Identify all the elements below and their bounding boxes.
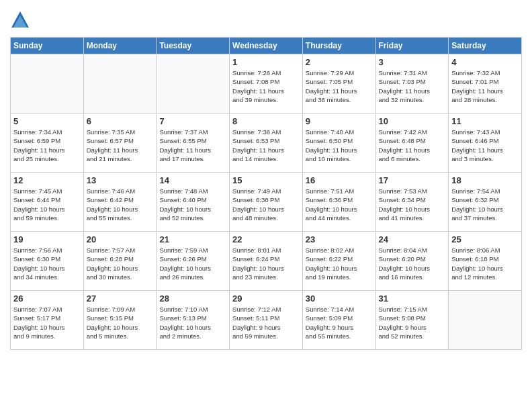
calendar-cell <box>157 54 230 113</box>
day-number: 18 <box>451 175 519 185</box>
day-info: Sunrise: 7:57 AMSunset: 6:28 PMDaylight:… <box>87 246 154 281</box>
calendar-cell: 28Sunrise: 7:10 AMSunset: 5:13 PMDayligh… <box>157 291 230 350</box>
calendar-cell: 25Sunrise: 8:06 AMSunset: 6:18 PMDayligh… <box>449 232 522 291</box>
day-info: Sunrise: 7:12 AMSunset: 5:11 PMDaylight:… <box>232 305 300 340</box>
day-info: Sunrise: 7:07 AMSunset: 5:17 PMDaylight:… <box>13 305 81 340</box>
logo-icon <box>10 10 30 30</box>
calendar-cell: 23Sunrise: 8:02 AMSunset: 6:22 PMDayligh… <box>302 232 375 291</box>
day-number: 12 <box>13 175 81 185</box>
header-day-wednesday: Wednesday <box>230 38 303 54</box>
calendar-cell: 10Sunrise: 7:42 AMSunset: 6:48 PMDayligh… <box>375 113 449 173</box>
day-number: 26 <box>13 293 81 304</box>
day-number: 22 <box>232 234 300 244</box>
header-day-monday: Monday <box>83 38 157 54</box>
day-number: 3 <box>379 57 446 67</box>
header-day-saturday: Saturday <box>449 38 522 54</box>
calendar-cell: 21Sunrise: 7:59 AMSunset: 6:26 PMDayligh… <box>157 232 230 291</box>
day-info: Sunrise: 7:54 AMSunset: 6:32 PMDaylight:… <box>451 187 519 222</box>
day-number: 30 <box>306 293 373 304</box>
day-number: 25 <box>451 234 519 244</box>
calendar-cell: 8Sunrise: 7:38 AMSunset: 6:53 PMDaylight… <box>230 113 303 173</box>
day-info: Sunrise: 7:40 AMSunset: 6:50 PMDaylight:… <box>306 128 373 163</box>
calendar-cell <box>83 54 157 113</box>
day-info: Sunrise: 7:35 AMSunset: 6:57 PMDaylight:… <box>87 128 154 163</box>
calendar-cell: 18Sunrise: 7:54 AMSunset: 6:32 PMDayligh… <box>449 173 522 232</box>
day-info: Sunrise: 7:49 AMSunset: 6:38 PMDaylight:… <box>232 187 300 222</box>
day-info: Sunrise: 7:15 AMSunset: 5:08 PMDaylight:… <box>379 305 446 340</box>
day-number: 5 <box>13 116 81 126</box>
calendar-cell: 17Sunrise: 7:53 AMSunset: 6:34 PMDayligh… <box>375 173 449 232</box>
day-number: 14 <box>159 175 226 185</box>
calendar-cell: 30Sunrise: 7:14 AMSunset: 5:09 PMDayligh… <box>302 291 375 350</box>
calendar-cell: 22Sunrise: 8:01 AMSunset: 6:24 PMDayligh… <box>230 232 303 291</box>
calendar-cell: 5Sunrise: 7:34 AMSunset: 6:59 PMDaylight… <box>11 113 84 173</box>
calendar-cell: 24Sunrise: 8:04 AMSunset: 6:20 PMDayligh… <box>375 232 449 291</box>
calendar-cell: 9Sunrise: 7:40 AMSunset: 6:50 PMDaylight… <box>302 113 375 173</box>
day-number: 31 <box>379 293 446 304</box>
day-number: 8 <box>232 116 300 126</box>
header-day-tuesday: Tuesday <box>157 38 230 54</box>
day-number: 28 <box>159 293 226 304</box>
header-day-friday: Friday <box>375 38 449 54</box>
day-info: Sunrise: 7:42 AMSunset: 6:48 PMDaylight:… <box>379 128 446 163</box>
week-row-2: 5Sunrise: 7:34 AMSunset: 6:59 PMDaylight… <box>11 113 522 173</box>
week-row-5: 26Sunrise: 7:07 AMSunset: 5:17 PMDayligh… <box>11 291 522 350</box>
day-number: 20 <box>87 234 154 244</box>
day-info: Sunrise: 7:37 AMSunset: 6:55 PMDaylight:… <box>159 128 226 163</box>
day-number: 27 <box>87 293 154 304</box>
day-info: Sunrise: 7:43 AMSunset: 6:46 PMDaylight:… <box>451 128 519 163</box>
header-row: SundayMondayTuesdayWednesdayThursdayFrid… <box>11 38 522 54</box>
calendar-cell: 29Sunrise: 7:12 AMSunset: 5:11 PMDayligh… <box>230 291 303 350</box>
day-info: Sunrise: 8:04 AMSunset: 6:20 PMDaylight:… <box>379 246 446 281</box>
day-info: Sunrise: 7:46 AMSunset: 6:42 PMDaylight:… <box>87 187 154 222</box>
day-number: 13 <box>87 175 154 185</box>
day-info: Sunrise: 7:28 AMSunset: 7:08 PMDaylight:… <box>232 68 300 104</box>
day-info: Sunrise: 7:29 AMSunset: 7:05 PMDaylight:… <box>306 68 373 104</box>
day-info: Sunrise: 8:06 AMSunset: 6:18 PMDaylight:… <box>451 246 519 281</box>
day-number: 15 <box>232 175 300 185</box>
calendar-cell: 16Sunrise: 7:51 AMSunset: 6:36 PMDayligh… <box>302 173 375 232</box>
header-day-sunday: Sunday <box>11 38 84 54</box>
day-number: 10 <box>379 116 446 126</box>
day-info: Sunrise: 7:09 AMSunset: 5:15 PMDaylight:… <box>87 305 154 340</box>
calendar-cell: 11Sunrise: 7:43 AMSunset: 6:46 PMDayligh… <box>449 113 522 173</box>
calendar-cell: 26Sunrise: 7:07 AMSunset: 5:17 PMDayligh… <box>11 291 84 350</box>
day-info: Sunrise: 7:14 AMSunset: 5:09 PMDaylight:… <box>306 305 373 340</box>
day-info: Sunrise: 7:31 AMSunset: 7:03 PMDaylight:… <box>379 68 446 104</box>
day-info: Sunrise: 7:56 AMSunset: 6:30 PMDaylight:… <box>13 246 81 281</box>
day-info: Sunrise: 8:02 AMSunset: 6:22 PMDaylight:… <box>306 246 373 281</box>
calendar-table: SundayMondayTuesdayWednesdayThursdayFrid… <box>10 37 522 350</box>
day-number: 9 <box>306 116 373 126</box>
day-number: 23 <box>306 234 373 244</box>
calendar-cell: 2Sunrise: 7:29 AMSunset: 7:05 PMDaylight… <box>302 54 375 113</box>
day-info: Sunrise: 7:51 AMSunset: 6:36 PMDaylight:… <box>306 187 373 222</box>
day-info: Sunrise: 7:10 AMSunset: 5:13 PMDaylight:… <box>159 305 226 340</box>
day-number: 29 <box>232 293 300 304</box>
day-number: 4 <box>451 57 519 67</box>
day-info: Sunrise: 7:48 AMSunset: 6:40 PMDaylight:… <box>159 187 226 222</box>
calendar-cell <box>449 291 522 350</box>
day-number: 17 <box>379 175 446 185</box>
calendar-cell: 20Sunrise: 7:57 AMSunset: 6:28 PMDayligh… <box>83 232 157 291</box>
day-number: 1 <box>232 57 300 67</box>
calendar-cell: 31Sunrise: 7:15 AMSunset: 5:08 PMDayligh… <box>375 291 449 350</box>
day-number: 21 <box>159 234 226 244</box>
day-number: 6 <box>87 116 154 126</box>
calendar-cell: 12Sunrise: 7:45 AMSunset: 6:44 PMDayligh… <box>11 173 84 232</box>
week-row-4: 19Sunrise: 7:56 AMSunset: 6:30 PMDayligh… <box>11 232 522 291</box>
page-header <box>10 10 522 30</box>
day-number: 2 <box>306 57 373 67</box>
calendar-cell: 4Sunrise: 7:32 AMSunset: 7:01 PMDaylight… <box>449 54 522 113</box>
calendar-cell: 1Sunrise: 7:28 AMSunset: 7:08 PMDaylight… <box>230 54 303 113</box>
calendar-cell: 19Sunrise: 7:56 AMSunset: 6:30 PMDayligh… <box>11 232 84 291</box>
day-info: Sunrise: 7:53 AMSunset: 6:34 PMDaylight:… <box>379 187 446 222</box>
calendar-cell: 27Sunrise: 7:09 AMSunset: 5:15 PMDayligh… <box>83 291 157 350</box>
day-info: Sunrise: 7:32 AMSunset: 7:01 PMDaylight:… <box>451 68 519 104</box>
day-number: 7 <box>159 116 226 126</box>
day-number: 11 <box>451 116 519 126</box>
logo <box>10 10 33 30</box>
calendar-cell: 15Sunrise: 7:49 AMSunset: 6:38 PMDayligh… <box>230 173 303 232</box>
day-info: Sunrise: 8:01 AMSunset: 6:24 PMDaylight:… <box>232 246 300 281</box>
calendar-cell: 14Sunrise: 7:48 AMSunset: 6:40 PMDayligh… <box>157 173 230 232</box>
week-row-1: 1Sunrise: 7:28 AMSunset: 7:08 PMDaylight… <box>11 54 522 113</box>
